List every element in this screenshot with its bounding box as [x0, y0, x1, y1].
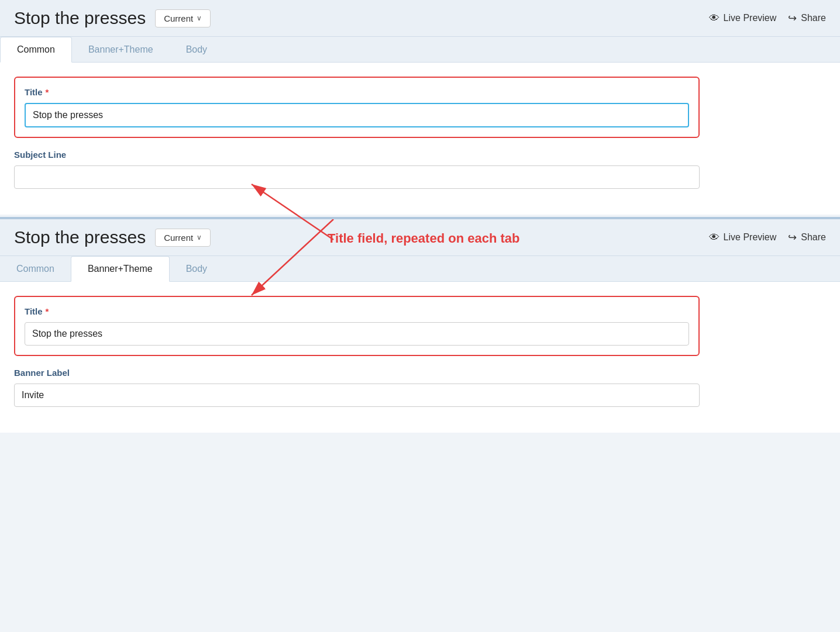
- share-label-2: Share: [801, 232, 826, 243]
- eye-icon: 👁: [709, 12, 719, 25]
- panel-1-header: Stop the presses Current ∨ 👁 Live Previe…: [0, 0, 840, 37]
- live-preview-label-2: Live Preview: [724, 232, 777, 243]
- subject-label-1: Subject Line: [14, 150, 700, 160]
- banner-label-input-2[interactable]: [14, 384, 700, 407]
- live-preview-button-2[interactable]: 👁 Live Preview: [709, 232, 777, 244]
- panel-2-content: Title * Banner Label: [0, 282, 714, 433]
- banner-label-group-2: Banner Label: [14, 368, 700, 407]
- live-preview-label: Live Preview: [724, 13, 777, 23]
- share-icon: ↪: [788, 12, 797, 25]
- panel-2-header: Stop the presses Current ∨ 👁 Live Previe…: [0, 219, 840, 256]
- version-label: Current: [164, 13, 193, 23]
- share-icon-2: ↪: [788, 231, 797, 244]
- panel-1-tabs: Common Banner+Theme Body: [0, 37, 840, 63]
- share-button-2[interactable]: ↪ Share: [788, 231, 826, 244]
- title-label-1: Title *: [25, 87, 689, 97]
- version-label-2: Current: [164, 233, 193, 243]
- required-star-2: *: [46, 306, 49, 316]
- tab-common-1[interactable]: Common: [0, 37, 72, 63]
- subject-line-group-1: Subject Line: [14, 150, 700, 189]
- tab-body-1[interactable]: Body: [170, 37, 223, 62]
- chevron-down-icon-2: ∨: [197, 233, 202, 241]
- panel-2-title: Stop the presses: [14, 227, 146, 247]
- title-label-text-1: Title: [25, 87, 43, 97]
- title-field-group-2: Title *: [14, 296, 700, 356]
- panel-1: Stop the presses Current ∨ 👁 Live Previe…: [0, 0, 840, 215]
- panel-2-tabs: Common Banner+Theme Body: [0, 256, 840, 282]
- chevron-down-icon: ∨: [197, 14, 202, 22]
- version-dropdown-2[interactable]: Current ∨: [155, 229, 211, 247]
- title-input-1[interactable]: [25, 103, 689, 127]
- title-label-text-2: Title: [25, 306, 43, 316]
- share-button[interactable]: ↪ Share: [788, 12, 826, 25]
- subject-input-1[interactable]: [14, 165, 700, 189]
- version-dropdown[interactable]: Current ∨: [155, 9, 211, 27]
- title-input-2[interactable]: [25, 322, 689, 346]
- required-star-1: *: [46, 87, 49, 97]
- banner-label-label-2: Banner Label: [14, 368, 700, 378]
- panel-1-content: Title * Subject Line: [0, 63, 714, 215]
- title-field-group-1: Title *: [14, 77, 700, 138]
- title-label-2: Title *: [25, 306, 689, 316]
- panel-1-title: Stop the presses: [14, 8, 146, 28]
- tab-body-2[interactable]: Body: [170, 256, 223, 281]
- panel-2: Stop the presses Current ∨ 👁 Live Previe…: [0, 217, 840, 433]
- tab-banner-theme-2[interactable]: Banner+Theme: [71, 256, 170, 282]
- live-preview-button[interactable]: 👁 Live Preview: [709, 12, 777, 25]
- eye-icon-2: 👁: [709, 232, 719, 244]
- header-right: 👁 Live Preview ↪ Share: [709, 12, 826, 25]
- tab-banner-theme-1[interactable]: Banner+Theme: [72, 37, 170, 62]
- share-label: Share: [801, 13, 826, 23]
- header-right-2: 👁 Live Preview ↪ Share: [709, 231, 826, 244]
- tab-common-2[interactable]: Common: [0, 256, 71, 281]
